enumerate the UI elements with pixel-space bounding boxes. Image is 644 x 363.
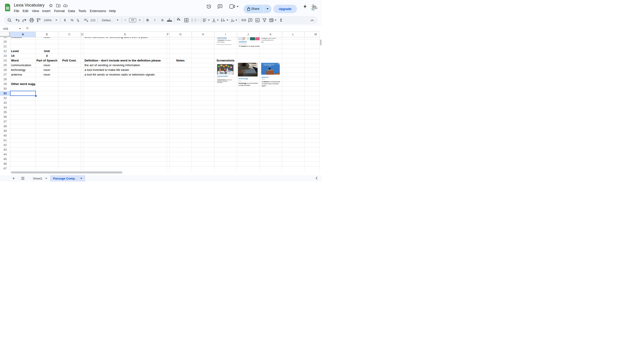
- svg-text:.0: .0: [76, 18, 78, 21]
- svg-text:SUCCESS STARTS HERE: SUCCESS STARTS HERE: [312, 8, 317, 9]
- svg-text:A: A: [231, 18, 233, 22]
- svg-text:.00: .00: [84, 18, 87, 21]
